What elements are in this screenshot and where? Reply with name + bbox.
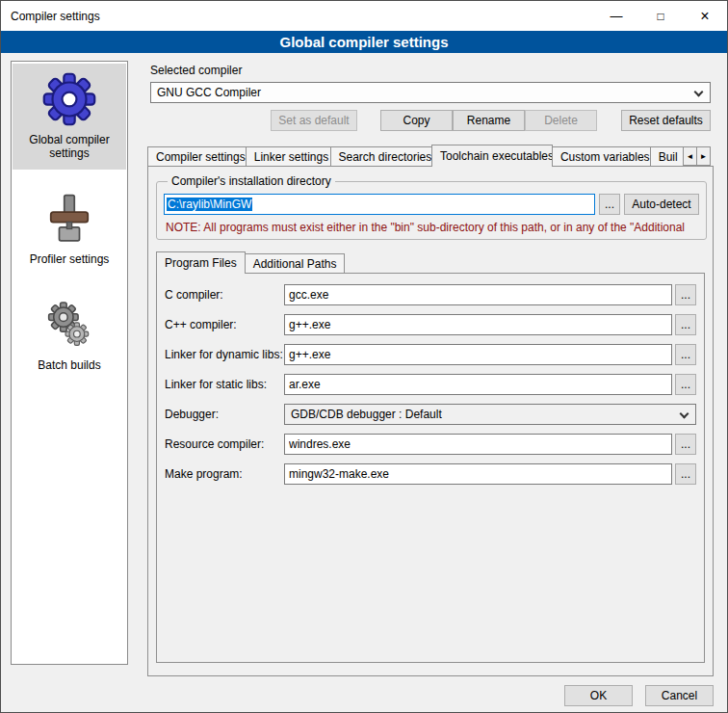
delete-button: Delete	[525, 110, 597, 131]
installation-directory-note: NOTE: All programs must exist either in …	[166, 221, 699, 234]
dynamic-linker-label: Linker for dynamic libs:	[165, 348, 284, 361]
tab-scroll-buttons: ◄ ►	[684, 146, 711, 166]
minimize-icon: —	[611, 9, 623, 23]
selected-compiler-label: Selected compiler	[150, 64, 719, 78]
debugger-label: Debugger:	[165, 408, 284, 421]
field-row: Make program: ...	[165, 463, 696, 485]
sidebar-item-label: Batch builds	[38, 358, 100, 372]
installation-directory-group-title: Compiler's installation directory	[168, 174, 335, 188]
make-program-browse-button[interactable]: ...	[675, 463, 696, 485]
main-panel: Selected compiler GNU GCC Compiler Set a…	[141, 61, 719, 706]
static-linker-browse-button[interactable]: ...	[675, 374, 696, 395]
tab-compiler-settings[interactable]: Compiler settings	[147, 146, 247, 166]
toolchain-executables-page: Compiler's installation directory C:\ray…	[147, 166, 714, 676]
close-icon: ×	[700, 8, 709, 25]
cpp-compiler-label: C++ compiler:	[165, 318, 284, 331]
make-program-input[interactable]	[284, 463, 672, 485]
debugger-select[interactable]: GDB/CDB debugger : Default	[284, 404, 696, 425]
field-row: Debugger: GDB/CDB debugger : Default	[165, 404, 696, 425]
settings-category-list: Global compiler settings Profiler settin…	[11, 61, 128, 665]
debugger-value: GDB/CDB debugger : Default	[291, 408, 442, 421]
installation-directory-value: C:\raylib\MinGW	[167, 198, 252, 211]
c-compiler-input[interactable]	[284, 284, 672, 305]
chevron-down-icon	[680, 409, 689, 419]
resource-compiler-label: Resource compiler:	[165, 437, 284, 451]
c-compiler-browse-button[interactable]: ...	[675, 284, 696, 305]
minimize-button[interactable]: —	[594, 1, 638, 31]
selected-compiler-dropdown[interactable]: GNU GCC Compiler	[150, 82, 711, 103]
compiler-settings-dialog: Compiler settings — □ × Global compiler …	[0, 0, 728, 713]
sidebar-item-label: Global compiler settings	[15, 133, 123, 160]
maximize-icon: □	[657, 10, 663, 23]
cpp-compiler-input[interactable]	[284, 314, 672, 335]
make-program-label: Make program:	[165, 467, 284, 481]
dialog-footer: OK Cancel	[141, 685, 719, 706]
gray-gears-icon	[42, 298, 96, 352]
chevron-down-icon	[694, 88, 704, 97]
tab-custom-variables[interactable]: Custom variables	[552, 146, 651, 166]
copy-button[interactable]: Copy	[380, 110, 453, 131]
resource-compiler-browse-button[interactable]: ...	[675, 434, 696, 455]
settings-tab-bar: Compiler settings Linker settings Search…	[141, 144, 719, 166]
subtab-additional-paths[interactable]: Additional Paths	[245, 253, 346, 273]
program-files-page: C compiler: ... C++ compiler: ... Linker…	[156, 273, 705, 663]
tab-build-options-clipped[interactable]: Buil	[650, 146, 685, 166]
rename-button[interactable]: Rename	[453, 110, 525, 131]
c-compiler-label: C compiler:	[165, 288, 284, 302]
compiler-actions: Set as default Copy Rename Delete Reset …	[141, 110, 719, 131]
installation-directory-browse-button[interactable]: ...	[599, 194, 620, 215]
cancel-button[interactable]: Cancel	[645, 685, 714, 706]
blue-gear-icon	[42, 72, 96, 126]
field-row: C compiler: ...	[165, 284, 696, 305]
tab-scroll-right-button[interactable]: ►	[696, 146, 711, 166]
sidebar-item-label: Profiler settings	[30, 252, 110, 266]
dynamic-linker-browse-button[interactable]: ...	[675, 344, 696, 365]
field-row: Linker for dynamic libs: ...	[165, 344, 696, 365]
field-row: C++ compiler: ...	[165, 314, 696, 335]
selected-compiler-value: GNU GCC Compiler	[157, 86, 261, 99]
static-linker-label: Linker for static libs:	[165, 378, 284, 391]
page-title: Global compiler settings	[1, 31, 727, 53]
auto-detect-button[interactable]: Auto-detect	[624, 194, 699, 215]
installation-directory-row: C:\raylib\MinGW ... Auto-detect	[164, 194, 699, 215]
sidebar-item-global-compiler-settings[interactable]: Global compiler settings	[13, 64, 126, 170]
arrow-left-icon: ◄	[687, 152, 694, 161]
tab-scroll-left-button[interactable]: ◄	[683, 146, 697, 166]
maximize-button[interactable]: □	[638, 1, 683, 31]
tab-search-directories[interactable]: Search directories	[330, 146, 432, 166]
tab-linker-settings[interactable]: Linker settings	[246, 146, 331, 166]
sidebar-item-batch-builds[interactable]: Batch builds	[13, 289, 126, 382]
resource-compiler-input[interactable]	[284, 434, 672, 455]
window-title: Compiler settings	[1, 10, 594, 23]
installation-directory-group: Compiler's installation directory C:\ray…	[156, 174, 707, 240]
dynamic-linker-input[interactable]	[284, 344, 672, 365]
ok-button[interactable]: OK	[564, 685, 633, 706]
set-as-default-button: Set as default	[271, 110, 357, 131]
close-button[interactable]: ×	[683, 1, 727, 31]
reset-defaults-button[interactable]: Reset defaults	[621, 110, 711, 131]
arrow-right-icon: ►	[700, 152, 708, 161]
field-row: Linker for static libs: ...	[165, 374, 696, 395]
tab-toolchain-executables[interactable]: Toolchain executables	[431, 145, 553, 167]
cpp-compiler-browse-button[interactable]: ...	[675, 314, 696, 335]
sidebar-item-profiler-settings[interactable]: Profiler settings	[13, 183, 126, 276]
title-bar: Compiler settings — □ ×	[1, 1, 727, 31]
profiler-tool-icon	[42, 192, 96, 246]
subtab-program-files[interactable]: Program Files	[156, 251, 246, 274]
field-row: Resource compiler: ...	[165, 434, 696, 455]
installation-directory-input[interactable]: C:\raylib\MinGW	[164, 194, 595, 215]
program-files-tab-bar: Program Files Additional Paths	[156, 251, 713, 273]
static-linker-input[interactable]	[284, 374, 672, 395]
